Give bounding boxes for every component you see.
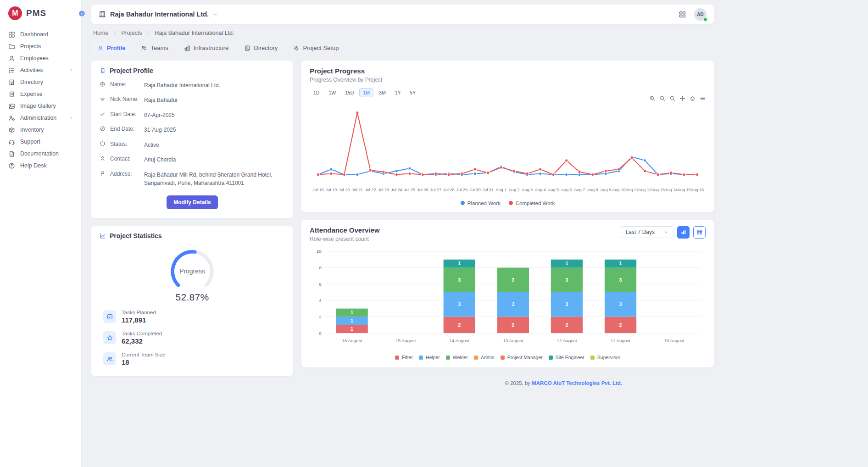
attendance-range-select[interactable]: Last 7 Days	[621, 226, 673, 238]
field-value: 07-Apr-2025	[144, 111, 285, 119]
breadcrumb-item-home[interactable]: Home	[93, 30, 108, 36]
svg-text:Aug 1: Aug 1	[495, 188, 506, 192]
legend-admin[interactable]: Admin	[474, 355, 495, 360]
projects-icon	[8, 43, 15, 50]
svg-text:Jul 18: Jul 18	[312, 188, 324, 192]
sidebar-item-expense[interactable]: Expense	[0, 88, 81, 100]
sidebar-item-documentation[interactable]: Documentation	[0, 148, 81, 160]
apps-grid-icon[interactable]	[679, 11, 686, 18]
selection-zoom-icon[interactable]	[669, 95, 675, 101]
sidebar-item-projects[interactable]: Projects	[0, 40, 81, 52]
svg-text:Aug 10: Aug 10	[612, 188, 625, 192]
table-view-toggle-button[interactable]	[693, 226, 706, 239]
activities-icon	[8, 67, 15, 74]
legend-site-engineer[interactable]: Site Engineer	[549, 355, 584, 360]
legend-fitter[interactable]: Fitter	[395, 355, 413, 360]
breadcrumb-item-projects[interactable]: Projects	[121, 30, 142, 36]
range-1y-button[interactable]: 1Y	[391, 88, 405, 97]
svg-text:Jul 28: Jul 28	[443, 188, 455, 192]
attendance-overview-card: Attendance Overview Role-wise present co…	[301, 220, 714, 368]
svg-text:Aug 16: Aug 16	[690, 188, 704, 192]
field-value: Raja Bahadur Mill Rd, behind Sheraton Gr…	[144, 170, 285, 187]
legend-supervisor[interactable]: Supervisor	[590, 355, 620, 360]
range-1w-button[interactable]: 1W	[325, 88, 339, 97]
range-1d-button[interactable]: 1D	[310, 88, 323, 97]
tab-infrastructure[interactable]: Infrastructure	[179, 42, 234, 54]
setup-tab-icon	[293, 45, 300, 51]
svg-text:4: 4	[319, 298, 322, 303]
user-avatar[interactable]: AD	[694, 8, 707, 21]
legend-project-manager[interactable]: Project Manager	[501, 355, 543, 360]
chevron-down-icon	[664, 230, 668, 234]
sidebar-item-image-gallery[interactable]: Image Gallery	[0, 100, 81, 112]
table-btn-icon	[696, 229, 703, 235]
legend-welder[interactable]: Welder	[446, 355, 468, 360]
sidebar-collapse-button[interactable]: ‹	[78, 10, 86, 17]
svg-text:14 August: 14 August	[449, 338, 469, 343]
chevron-right-icon	[146, 30, 151, 35]
pan-icon[interactable]	[679, 95, 685, 101]
menu-icon[interactable]	[700, 95, 706, 101]
sidebar-item-directory[interactable]: Directory	[0, 76, 81, 88]
svg-text:Jul 19: Jul 19	[326, 188, 337, 192]
range-5y-button[interactable]: 5Y	[406, 88, 419, 97]
svg-text:12 August: 12 August	[556, 338, 577, 343]
range-1m-button[interactable]: 1M	[359, 88, 373, 97]
bar-view-toggle-button[interactable]	[677, 226, 690, 239]
svg-text:3: 3	[565, 277, 568, 282]
tab-project-setup[interactable]: Project Setup	[288, 42, 344, 54]
progress-line-chart[interactable]: Jul 18Jul 19Jul 20Jul 21Jul 22Jul 23Jul …	[310, 99, 706, 199]
contact-person-icon	[100, 156, 106, 161]
home-icon[interactable]	[690, 95, 696, 101]
attendance-bar-chart[interactable]: 024681016 August11115 August14 August233…	[310, 248, 706, 352]
sidebar-item-administration[interactable]: Administration	[0, 112, 81, 124]
svg-text:3: 3	[512, 277, 514, 282]
tab-teams[interactable]: Teams	[136, 42, 173, 54]
field-label: Contact:	[110, 155, 139, 162]
svg-text:Jul 25: Jul 25	[404, 188, 416, 192]
project-statistics-title: Project Statistics	[110, 232, 162, 239]
chevron-right-icon	[69, 116, 74, 120]
legend-helper[interactable]: Helper	[419, 355, 440, 360]
company-icon	[99, 11, 106, 18]
stat-tasks-completed: Tasks Completed62,332	[103, 331, 281, 345]
zoom-out-icon[interactable]	[659, 95, 665, 101]
legend-completed-work[interactable]: Completed Work	[509, 200, 555, 206]
svg-text:Aug 8: Aug 8	[587, 188, 598, 192]
profile-fields: Name:Raja Bahadur International Ltd.Nick…	[100, 81, 285, 187]
svg-text:1: 1	[351, 326, 353, 331]
field-label: Name:	[110, 81, 139, 88]
tasks-planned-icon	[106, 313, 113, 320]
bar-chart-btn-icon	[680, 229, 687, 235]
footer-company-link[interactable]: MARCO AIoT Technologies Pvt. Ltd.	[532, 380, 622, 386]
profile-field-status: Status:Active	[100, 140, 285, 149]
svg-text:Jul 21: Jul 21	[352, 188, 363, 192]
app-logo[interactable]: M PMS	[0, 0, 81, 26]
svg-text:Aug 4: Aug 4	[535, 188, 546, 192]
project-profile-card: Project Profile Name:Raja Bahadur Intern…	[91, 61, 293, 218]
sidebar-item-activities[interactable]: Activities	[0, 64, 81, 76]
project-progress-subtitle: Progress Overview by Project	[310, 77, 706, 83]
sidebar-item-support[interactable]: Support	[0, 136, 81, 148]
sidebar-item-label: Directory	[20, 79, 43, 85]
legend-planned-work[interactable]: Planned Work	[461, 200, 501, 206]
range-3m-button[interactable]: 3M	[375, 88, 389, 97]
field-label: Address:	[110, 170, 139, 177]
zoom-in-icon[interactable]	[649, 95, 655, 101]
status-shield-icon	[100, 141, 106, 147]
tab-directory[interactable]: Directory	[239, 42, 283, 54]
modify-details-button[interactable]: Modify Details	[167, 195, 217, 209]
tab-profile[interactable]: Profile	[92, 42, 130, 54]
company-selector-label[interactable]: Raja Bahadur International Ltd.	[110, 11, 209, 18]
svg-text:2: 2	[619, 322, 622, 327]
sidebar-item-help-desk[interactable]: Help Desk	[0, 160, 81, 172]
sidebar-item-inventory[interactable]: Inventory	[0, 124, 81, 136]
svg-text:Aug 11: Aug 11	[625, 188, 638, 192]
sidebar-item-label: Documentation	[20, 150, 59, 157]
chart-toolbar	[649, 95, 706, 101]
chevron-down-icon[interactable]	[213, 12, 218, 17]
range-15d-button[interactable]: 15D	[341, 88, 357, 97]
sidebar-item-dashboard[interactable]: Dashboard	[0, 28, 81, 40]
breadcrumb-item-raja-bahadur-international-ltd: Raja Bahadur International Ltd.	[155, 30, 234, 36]
sidebar-item-employees[interactable]: Employees	[0, 52, 81, 64]
